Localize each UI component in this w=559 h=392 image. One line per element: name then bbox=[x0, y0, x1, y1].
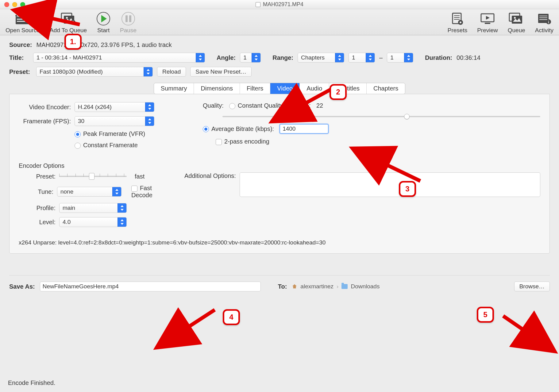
svg-rect-2 bbox=[17, 21, 29, 22]
presets-label: Presets bbox=[448, 27, 467, 33]
title-select-value: 1 - 00:36:14 - MAH02971 bbox=[37, 54, 102, 61]
presets-button[interactable]: Presets bbox=[448, 12, 467, 34]
activity-icon: i bbox=[538, 13, 551, 25]
pause-label: Pause bbox=[120, 27, 137, 33]
save-new-preset-button[interactable]: Save New Preset… bbox=[190, 67, 252, 77]
save-as-input[interactable]: NewFileNameGoesHere.mp4 bbox=[40, 282, 261, 291]
svg-marker-34 bbox=[292, 284, 297, 289]
queue-button[interactable]: Queue bbox=[508, 12, 525, 34]
range-to-select[interactable]: 1 bbox=[387, 53, 413, 63]
save-new-preset-label: Save New Preset… bbox=[195, 68, 246, 75]
svg-rect-25 bbox=[512, 16, 522, 24]
titlebar: MAH02971.MP4 bbox=[0, 0, 559, 9]
additional-label: Additional Options: bbox=[184, 172, 236, 179]
svg-rect-0 bbox=[16, 17, 30, 24]
profile-value: main bbox=[63, 205, 75, 211]
svg-rect-1 bbox=[17, 19, 29, 20]
enc-preset-value: fast bbox=[135, 173, 145, 180]
clapperboard-icon bbox=[15, 13, 30, 25]
peak-vfr-radio[interactable]: Peak Framerate (VFR) bbox=[75, 130, 145, 137]
rf-label: RF: bbox=[301, 102, 311, 109]
avg-bitrate-input[interactable]: 1400 bbox=[280, 124, 329, 134]
pause-icon bbox=[121, 12, 135, 25]
tab-audio-label: Audio bbox=[306, 85, 322, 92]
range-mode-select[interactable]: Chapters bbox=[298, 53, 344, 63]
two-pass-checkbox[interactable]: 2-pass encoding bbox=[216, 138, 269, 145]
presets-icon bbox=[451, 13, 464, 25]
avg-bitrate-radio[interactable]: Average Bitrate (kbps): bbox=[203, 125, 274, 133]
status-text: Encode Finished. bbox=[8, 379, 56, 386]
two-pass-label: 2-pass encoding bbox=[224, 138, 269, 145]
rf-slider[interactable] bbox=[222, 113, 540, 120]
level-select[interactable]: 4.0 bbox=[59, 217, 127, 227]
enc-preset-slider[interactable] bbox=[59, 172, 127, 180]
save-as-row: Save As: NewFileNameGoesHere.mp4 To: ale… bbox=[9, 275, 550, 298]
chevron-right-icon: › bbox=[337, 283, 338, 290]
add-to-queue-label: Add To Queue bbox=[50, 27, 87, 33]
angle-select[interactable]: 1 bbox=[240, 53, 261, 63]
encoder-label: Video Encoder: bbox=[19, 104, 71, 111]
tab-filters[interactable]: Filters bbox=[240, 83, 270, 94]
additional-options-input[interactable] bbox=[240, 172, 540, 197]
tab-subtitles[interactable]: Subtitles bbox=[329, 83, 367, 94]
preset-value: Fast 1080p30 (Modified) bbox=[40, 68, 103, 75]
constant-quality-label: Constant Quality bbox=[238, 102, 283, 109]
constant-fr-label: Constant Framerate bbox=[83, 142, 138, 148]
source-value: MAH02971, 1280x720, 23.976 FPS, 1 audio … bbox=[36, 41, 172, 48]
tab-audio[interactable]: Audio bbox=[300, 83, 329, 94]
home-icon bbox=[292, 284, 297, 289]
fps-label: Framerate (FPS): bbox=[19, 118, 71, 125]
svg-point-27 bbox=[514, 17, 516, 19]
encoder-options-heading: Encoder Options bbox=[19, 162, 540, 169]
source-label: Source: bbox=[9, 41, 32, 48]
fps-select[interactable]: 30 bbox=[75, 116, 154, 126]
enc-preset-label: Preset: bbox=[19, 173, 56, 180]
tab-dimensions[interactable]: Dimensions bbox=[194, 83, 240, 94]
add-to-queue-button[interactable]: Add To Queue bbox=[50, 12, 87, 34]
svg-rect-23 bbox=[485, 23, 490, 24]
svg-point-11 bbox=[66, 17, 68, 19]
tune-label: Tune: bbox=[19, 188, 53, 195]
tab-summary-label: Summary bbox=[161, 85, 187, 92]
file-icon bbox=[256, 2, 260, 7]
reload-button[interactable]: Reload bbox=[157, 67, 186, 77]
activity-button[interactable]: i Activity bbox=[535, 12, 553, 34]
pause-button: Pause bbox=[120, 12, 137, 34]
folder-icon bbox=[341, 284, 348, 289]
preview-button[interactable]: Preview bbox=[477, 12, 498, 34]
tab-filters-label: Filters bbox=[247, 85, 263, 92]
title-select[interactable]: 1 - 00:36:14 - MAH02971 bbox=[33, 53, 205, 63]
unparse-text: x264 Unparse: level=4.0:ref=2:8x8dct=0:w… bbox=[19, 239, 540, 246]
range-label: Range: bbox=[272, 54, 293, 61]
preview-label: Preview bbox=[477, 27, 498, 33]
video-panel: Video Encoder: H.264 (x264) Framerate (F… bbox=[9, 94, 550, 254]
avg-bitrate-label: Average Bitrate (kbps): bbox=[211, 125, 274, 132]
level-label: Level: bbox=[19, 219, 56, 226]
start-button[interactable]: Start bbox=[97, 12, 110, 34]
encoder-select[interactable]: H.264 (x264) bbox=[75, 102, 154, 112]
browse-button[interactable]: Browse… bbox=[514, 282, 550, 291]
tab-subtitles-label: Subtitles bbox=[336, 85, 360, 92]
peak-vfr-label: Peak Framerate (VFR) bbox=[83, 130, 145, 137]
tab-video[interactable]: Video bbox=[270, 83, 300, 94]
preset-select[interactable]: Fast 1080p30 (Modified) bbox=[36, 67, 153, 77]
annotation-badge-5: 5 bbox=[477, 307, 494, 323]
quality-label: Quality: bbox=[203, 102, 224, 109]
range-from-select[interactable]: 1 bbox=[349, 53, 375, 63]
profile-select[interactable]: main bbox=[59, 203, 127, 213]
constant-quality-radio[interactable]: Constant Quality bbox=[229, 102, 283, 109]
constant-fr-radio[interactable]: Constant Framerate bbox=[75, 142, 138, 149]
destination-path[interactable]: alexmartinez › Downloads bbox=[292, 283, 380, 290]
browse-label: Browse… bbox=[519, 283, 545, 290]
open-source-label: Open Source bbox=[6, 27, 40, 33]
save-as-label: Save As: bbox=[9, 283, 35, 290]
window-title-text: MAH02971.MP4 bbox=[263, 1, 303, 8]
fast-decode-checkbox[interactable]: Fast Decode bbox=[131, 185, 172, 199]
tab-chapters[interactable]: Chapters bbox=[367, 83, 405, 94]
tab-summary[interactable]: Summary bbox=[154, 83, 194, 94]
open-source-button[interactable]: Open Source bbox=[6, 12, 40, 34]
encoder-value: H.264 (x264) bbox=[78, 104, 112, 110]
rf-value: 22 bbox=[316, 102, 323, 109]
tune-select[interactable]: none bbox=[57, 187, 121, 197]
preset-label: Preset: bbox=[9, 68, 32, 75]
